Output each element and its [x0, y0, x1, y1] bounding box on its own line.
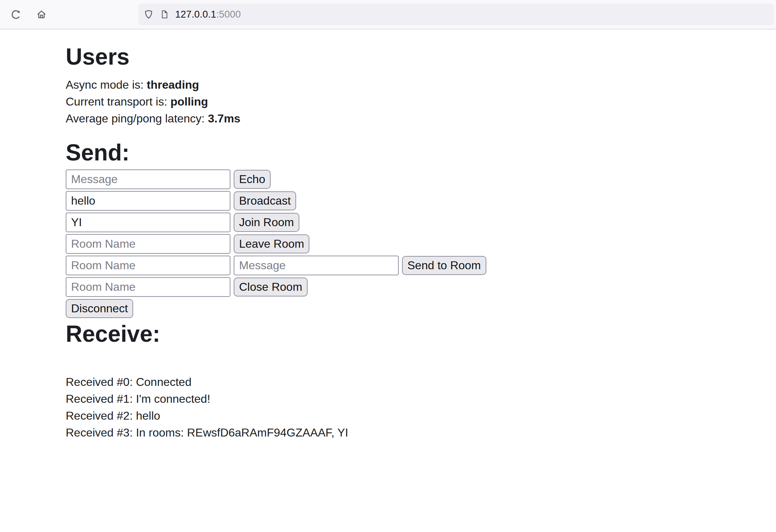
- disconnect-row: Disconnect: [66, 299, 762, 318]
- send-heading: Send:: [66, 139, 762, 166]
- transport-label: Current transport is:: [66, 95, 170, 108]
- broadcast-button[interactable]: Broadcast: [234, 191, 296, 210]
- browser-toolbar: 127.0.0.1:5000: [0, 0, 776, 29]
- broadcast-row: Broadcast: [66, 191, 762, 211]
- echo-message-input[interactable]: [66, 169, 230, 189]
- send-to-room-button[interactable]: Send to Room: [402, 256, 486, 275]
- join-room-row: Join Room: [66, 213, 762, 232]
- received-message-3: Received #3: In rooms: REwsfD6aRAmF94GZA…: [66, 424, 762, 441]
- send-form: Echo Broadcast Join Room Leave Room Send…: [66, 169, 762, 318]
- echo-button[interactable]: Echo: [234, 170, 271, 189]
- sendto-message-input[interactable]: [234, 256, 399, 275]
- disconnect-button[interactable]: Disconnect: [66, 299, 133, 318]
- browser-window: 127.0.0.1:5000 Users Async mode is: thre…: [0, 0, 776, 441]
- shield-icon[interactable]: [144, 9, 154, 19]
- url-port: :5000: [216, 9, 241, 20]
- reload-button[interactable]: [8, 6, 24, 22]
- leave-room-input[interactable]: [66, 234, 230, 254]
- home-button[interactable]: [33, 6, 49, 22]
- page-icon[interactable]: [160, 10, 169, 19]
- join-room-input[interactable]: [66, 213, 230, 232]
- home-icon: [36, 9, 47, 20]
- async-mode-value: threading: [147, 78, 199, 91]
- reload-icon: [10, 9, 22, 20]
- latency-label: Average ping/pong latency:: [66, 112, 208, 125]
- close-room-button[interactable]: Close Room: [234, 277, 308, 297]
- broadcast-message-input[interactable]: [66, 191, 230, 211]
- page-content: Users Async mode is: threading Current t…: [0, 43, 776, 441]
- async-mode-label: Async mode is:: [66, 78, 147, 91]
- url-text: 127.0.0.1:5000: [175, 9, 241, 20]
- leave-room-row: Leave Room: [66, 234, 762, 254]
- sendto-room-input[interactable]: [66, 256, 230, 275]
- url-bar[interactable]: 127.0.0.1:5000: [139, 4, 774, 25]
- echo-row: Echo: [66, 169, 762, 189]
- received-messages: Received #0: Connected Received #1: I'm …: [66, 374, 762, 441]
- join-room-button[interactable]: Join Room: [234, 213, 299, 232]
- close-room-row: Close Room: [66, 277, 762, 297]
- latency-value: 3.7ms: [208, 112, 240, 125]
- receive-heading: Receive:: [66, 321, 762, 347]
- url-host: 127.0.0.1: [175, 9, 216, 20]
- received-message-2: Received #2: hello: [66, 407, 762, 424]
- send-to-room-row: Send to Room: [66, 256, 762, 275]
- received-message-1: Received #1: I'm connected!: [66, 391, 762, 407]
- status-lines: Async mode is: threading Current transpo…: [66, 76, 762, 127]
- leave-room-button[interactable]: Leave Room: [234, 234, 309, 253]
- close-room-input[interactable]: [66, 277, 230, 297]
- transport-value: polling: [170, 95, 208, 108]
- users-heading: Users: [66, 43, 762, 70]
- received-message-0: Received #0: Connected: [66, 374, 762, 391]
